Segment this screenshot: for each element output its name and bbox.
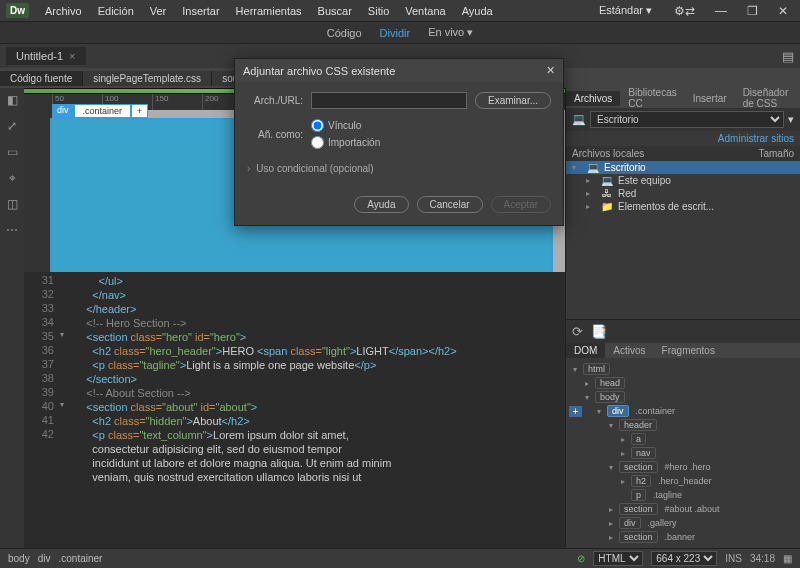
dom-node[interactable]: ▸nav — [570, 446, 796, 460]
view-split[interactable]: Dividir — [380, 27, 411, 39]
tab-assets[interactable]: Activos — [605, 343, 653, 358]
toolbox: ◧ ⤢ ▭ ⌖ ◫ ⋯ — [0, 88, 24, 548]
dom-node[interactable]: ▾section#hero .hero — [570, 460, 796, 474]
files-panel-tabs: Archivos Bibliotecas CC Insertar Diseñad… — [566, 88, 800, 108]
dom-node[interactable]: ▾header — [570, 418, 796, 432]
dom-node[interactable]: p.tagline — [570, 488, 796, 502]
insert-mode[interactable]: INS — [725, 553, 742, 564]
line-number-gutter: 313233343536373839404142 — [24, 272, 60, 548]
dom-node[interactable]: ▸h2.hero_header — [570, 474, 796, 488]
cursor-position: 34:18 — [750, 553, 775, 564]
document-tab-label: Untitled-1 — [16, 50, 63, 62]
manage-sites-link[interactable]: Administrar sitios — [566, 131, 800, 146]
overflow-icon[interactable]: ▦ — [783, 553, 792, 564]
inspect-icon[interactable]: ⌖ — [4, 170, 20, 186]
vertical-ruler — [24, 94, 52, 272]
dialog-title: Adjuntar archivo CSS existente — [243, 65, 395, 77]
tab-dom[interactable]: DOM — [566, 343, 605, 358]
status-bar: body div .container ⊘ HTML 664 x 223 INS… — [0, 548, 800, 568]
radio-link[interactable]: Vínculo — [311, 119, 380, 132]
view-code[interactable]: Código — [327, 27, 362, 39]
document-tab[interactable]: Untitled-1 × — [6, 47, 86, 65]
window-close-icon[interactable]: ✕ — [772, 4, 794, 18]
tree-item[interactable]: ▸💻Este equipo — [566, 174, 800, 187]
menu-search[interactable]: Buscar — [310, 3, 360, 19]
url-label: Arch./URL: — [247, 95, 303, 106]
tree-item[interactable]: ▾💻Escritorio — [566, 161, 800, 174]
menu-help[interactable]: Ayuda — [454, 3, 501, 19]
language-select[interactable]: HTML — [593, 551, 643, 566]
dom-node[interactable]: +▾div.container — [570, 404, 796, 418]
dom-add-icon[interactable]: + — [569, 406, 582, 417]
window-restore-icon[interactable]: ❐ — [741, 4, 764, 18]
files-column-headers: Archivos locales Tamaño — [566, 146, 800, 161]
chevron-down-icon[interactable]: ▾ — [788, 113, 794, 126]
element-tag-name[interactable]: div — [52, 104, 74, 118]
view-switcher: Código Dividir En vivo ▾ — [0, 22, 800, 44]
file-tab-source[interactable]: Código fuente — [0, 71, 83, 86]
dom-tree[interactable]: ▾html▸head▾body+▾div.container▾header▸a▸… — [566, 358, 800, 548]
menu-view[interactable]: Ver — [142, 3, 175, 19]
menu-window[interactable]: Ventana — [397, 3, 453, 19]
expand-icon[interactable]: ⤢ — [4, 118, 20, 134]
menu-insert[interactable]: Insertar — [174, 3, 227, 19]
dialog-close-icon[interactable]: ✕ — [546, 64, 555, 77]
help-button[interactable]: Ayuda — [354, 196, 408, 213]
add-as-label: Añ. como: — [247, 129, 303, 140]
code-view[interactable]: 313233343536373839404142 </ul> </nav> </… — [24, 272, 565, 548]
dom-node[interactable]: ▸head — [570, 376, 796, 390]
sync-status-icon[interactable]: ⊘ — [577, 553, 585, 564]
radio-import[interactable]: Importación — [311, 136, 380, 149]
dom-node[interactable]: ▾html — [570, 362, 796, 376]
site-select[interactable]: Escritorio — [590, 111, 784, 128]
menu-file[interactable]: Archivo — [37, 3, 90, 19]
dom-node[interactable]: ▸section.banner — [570, 530, 796, 544]
file-icon[interactable]: ◫ — [4, 196, 20, 212]
file-tree[interactable]: ▾💻Escritorio▸💻Este equipo▸🖧Red▸📁Elemento… — [566, 161, 800, 319]
workspace-selector[interactable]: Estándar ▾ — [591, 2, 660, 19]
dom-node[interactable]: ▸a — [570, 432, 796, 446]
cancel-button[interactable]: Cancelar — [417, 196, 483, 213]
url-input[interactable] — [311, 92, 467, 109]
breadcrumb-container[interactable]: .container — [58, 553, 102, 564]
side-panels: Archivos Bibliotecas CC Insertar Diseñad… — [565, 88, 800, 548]
element-selector[interactable]: .container — [74, 104, 132, 118]
code-content[interactable]: </ul> </nav> </header> <!-- Hero Section… — [60, 272, 565, 548]
element-add-button[interactable]: + — [131, 104, 148, 118]
view-live[interactable]: En vivo ▾ — [428, 26, 473, 39]
menu-edit[interactable]: Edición — [90, 3, 142, 19]
menu-tools[interactable]: Herramientas — [228, 3, 310, 19]
tab-files[interactable]: Archivos — [566, 91, 620, 106]
app-logo: Dw — [6, 3, 29, 18]
tree-item[interactable]: ▸📁Elementos de escrit... — [566, 200, 800, 213]
preview-icon[interactable]: ▭ — [4, 144, 20, 160]
dom-panel: ⟳ 📑 DOM Activos Fragmentos ▾html▸head▾bo… — [566, 319, 800, 548]
refresh-icon[interactable]: ⟳ — [572, 324, 583, 339]
dom-node[interactable]: ▾body — [570, 390, 796, 404]
tree-item[interactable]: ▸🖧Red — [566, 187, 800, 200]
element-display-tag: div .container + — [52, 104, 148, 118]
viewport-size-select[interactable]: 664 x 223 — [651, 551, 717, 566]
dom-node[interactable]: ▸div.gallery — [570, 516, 796, 530]
attach-css-dialog: Adjuntar archivo CSS existente ✕ Arch./U… — [234, 58, 564, 226]
breadcrumb-body[interactable]: body — [8, 553, 30, 564]
desktop-icon: 💻 — [572, 113, 586, 126]
breadcrumb-div[interactable]: div — [38, 553, 51, 564]
collapse-icon[interactable]: 📑 — [591, 324, 607, 339]
dom-node[interactable]: ▸section#about .about — [570, 502, 796, 516]
more-icon[interactable]: ⋯ — [4, 222, 20, 238]
dom-tree-icon[interactable]: ◧ — [4, 92, 20, 108]
sync-icon[interactable]: ⚙⇄ — [668, 4, 701, 18]
conditional-use-toggle[interactable]: › Uso condicional (opcional) — [247, 159, 551, 182]
close-icon[interactable]: × — [69, 50, 75, 62]
accept-button[interactable]: Aceptar — [491, 196, 551, 213]
browse-button[interactable]: Examinar... — [475, 92, 551, 109]
chevron-right-icon: › — [247, 163, 250, 174]
menubar: Dw Archivo Edición Ver Insertar Herramie… — [0, 0, 800, 22]
window-minimize-icon[interactable]: — — [709, 4, 733, 18]
file-tab-css[interactable]: singlePageTemplate.css — [83, 71, 212, 86]
tab-snippets[interactable]: Fragmentos — [654, 343, 723, 358]
related-files-icon[interactable]: ▤ — [782, 49, 794, 64]
tab-insert[interactable]: Insertar — [685, 91, 735, 106]
menu-site[interactable]: Sitio — [360, 3, 397, 19]
